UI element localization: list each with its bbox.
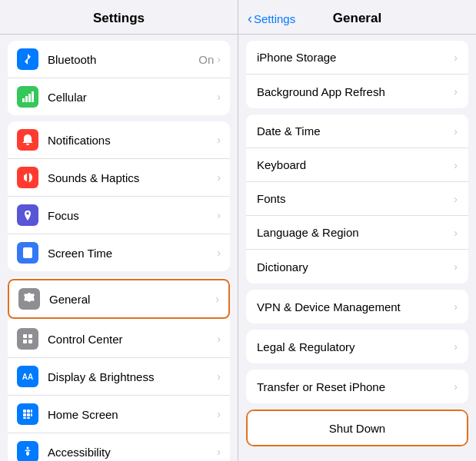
right-item-vpn[interactable]: VPN & Device Management› (246, 290, 468, 323)
language-label: Language & Region (257, 226, 454, 239)
settings-item-sounds[interactable]: Sounds & Haptics› (8, 159, 230, 197)
right-settings-group: VPN & Device Management› (246, 290, 468, 323)
notifications-chevron-icon: › (217, 134, 221, 146)
homescreen-icon (17, 403, 38, 425)
shutdown-group: Shut Down (246, 410, 468, 446)
right-item-iphone-storage[interactable]: iPhone Storage› (246, 41, 468, 75)
right-item-dictionary[interactable]: Dictionary› (246, 250, 468, 284)
settings-item-display[interactable]: AADisplay & Brightness› (8, 358, 230, 396)
dictionary-label: Dictionary (257, 260, 454, 274)
right-item-fonts[interactable]: Fonts› (246, 182, 468, 216)
right-item-language[interactable]: Language & Region› (246, 216, 468, 250)
right-settings-group: iPhone Storage›Background App Refresh› (246, 41, 468, 108)
iphone-storage-label: iPhone Storage (257, 51, 454, 64)
legal-label: Legal & Regulatory (257, 340, 454, 353)
right-panel-header: ‹ Settings General (238, 0, 476, 35)
settings-item-notifications[interactable]: Notifications› (8, 121, 230, 159)
right-settings-group: Date & Time›Keyboard›Fonts›Language & Re… (246, 114, 468, 284)
bluetooth-icon (17, 48, 38, 70)
svg-rect-11 (28, 340, 32, 343)
left-panel: Settings BluetoothOn›Cellular›Notificati… (0, 0, 238, 461)
dictionary-chevron-icon: › (454, 260, 458, 273)
svg-rect-6 (25, 252, 30, 253)
back-chevron-icon: ‹ (248, 11, 252, 27)
settings-group: General›Control Center›AADisplay & Brigh… (8, 277, 230, 461)
svg-rect-16 (27, 413, 30, 416)
settings-item-bluetooth[interactable]: BluetoothOn› (8, 41, 230, 78)
bg-app-refresh-chevron-icon: › (454, 85, 458, 98)
fonts-label: Fonts (257, 192, 454, 205)
svg-rect-10 (23, 340, 27, 343)
left-panel-header: Settings (0, 0, 238, 35)
focus-label: Focus (48, 209, 217, 222)
svg-rect-8 (23, 334, 27, 338)
right-settings-group: Legal & Regulatory› (246, 330, 468, 363)
transfer-reset-chevron-icon: › (454, 380, 458, 393)
control-label: Control Center (48, 333, 217, 346)
focus-icon (17, 204, 38, 226)
right-settings-group: Transfer or Reset iPhone› (246, 370, 468, 403)
svg-rect-7 (25, 254, 28, 255)
svg-point-20 (27, 447, 29, 449)
svg-rect-3 (32, 91, 34, 102)
settings-item-screentime[interactable]: Screen Time› (8, 234, 230, 271)
sounds-label: Sounds & Haptics (48, 171, 217, 184)
shut-down-button[interactable]: Shut Down (248, 411, 467, 445)
sounds-icon (17, 167, 38, 188)
svg-rect-2 (28, 94, 31, 102)
date-time-chevron-icon: › (454, 125, 458, 138)
general-label: General (49, 293, 215, 306)
svg-rect-13 (27, 410, 30, 413)
shut-down-label: Shut Down (329, 422, 385, 435)
svg-rect-14 (31, 410, 32, 413)
bg-app-refresh-label: Background App Refresh (257, 85, 454, 98)
settings-item-accessibility[interactable]: Accessibility› (8, 433, 230, 461)
right-panel: ‹ Settings General iPhone Storage›Backgr… (238, 0, 476, 461)
right-settings-list: iPhone Storage›Background App Refresh›Da… (238, 35, 476, 461)
screentime-label: Screen Time (48, 247, 217, 260)
back-button[interactable]: ‹ Settings (248, 11, 295, 27)
right-item-date-time[interactable]: Date & Time› (246, 114, 468, 148)
settings-list: BluetoothOn›Cellular›Notifications›Sound… (0, 35, 238, 461)
date-time-label: Date & Time (257, 124, 454, 138)
settings-item-control[interactable]: Control Center› (8, 320, 230, 358)
settings-item-general[interactable]: General› (8, 279, 230, 319)
transfer-reset-label: Transfer or Reset iPhone (257, 380, 454, 393)
iphone-storage-chevron-icon: › (454, 51, 458, 64)
settings-group: BluetoothOn›Cellular› (8, 41, 230, 115)
svg-rect-17 (31, 413, 32, 416)
accessibility-chevron-icon: › (217, 446, 221, 458)
sounds-chevron-icon: › (217, 171, 221, 184)
screentime-chevron-icon: › (217, 247, 221, 259)
right-item-bg-app-refresh[interactable]: Background App Refresh› (246, 75, 468, 108)
accessibility-label: Accessibility (48, 446, 217, 459)
settings-item-homescreen[interactable]: Home Screen› (8, 396, 230, 433)
right-item-keyboard[interactable]: Keyboard› (246, 148, 468, 182)
screentime-icon (17, 242, 38, 264)
settings-item-cellular[interactable]: Cellular› (8, 78, 230, 115)
cellular-chevron-icon: › (217, 91, 221, 103)
language-chevron-icon: › (454, 227, 458, 239)
svg-rect-12 (23, 410, 26, 413)
legal-chevron-icon: › (454, 340, 458, 353)
svg-rect-5 (25, 250, 30, 250)
bluetooth-label: Bluetooth (48, 53, 198, 66)
right-item-legal[interactable]: Legal & Regulatory› (246, 330, 468, 363)
svg-rect-15 (23, 413, 26, 416)
fonts-chevron-icon: › (454, 193, 458, 205)
settings-item-focus[interactable]: Focus› (8, 197, 230, 234)
svg-rect-9 (28, 334, 32, 338)
control-icon (17, 328, 38, 350)
svg-rect-1 (25, 96, 28, 102)
notifications-label: Notifications (48, 134, 217, 147)
notifications-icon (17, 129, 38, 151)
focus-chevron-icon: › (217, 209, 221, 221)
right-item-transfer-reset[interactable]: Transfer or Reset iPhone› (246, 370, 468, 403)
control-chevron-icon: › (217, 333, 221, 345)
homescreen-chevron-icon: › (217, 408, 221, 420)
accessibility-icon (17, 441, 38, 461)
vpn-chevron-icon: › (454, 300, 458, 313)
keyboard-chevron-icon: › (454, 159, 458, 171)
svg-rect-18 (23, 417, 26, 419)
display-chevron-icon: › (217, 370, 221, 383)
